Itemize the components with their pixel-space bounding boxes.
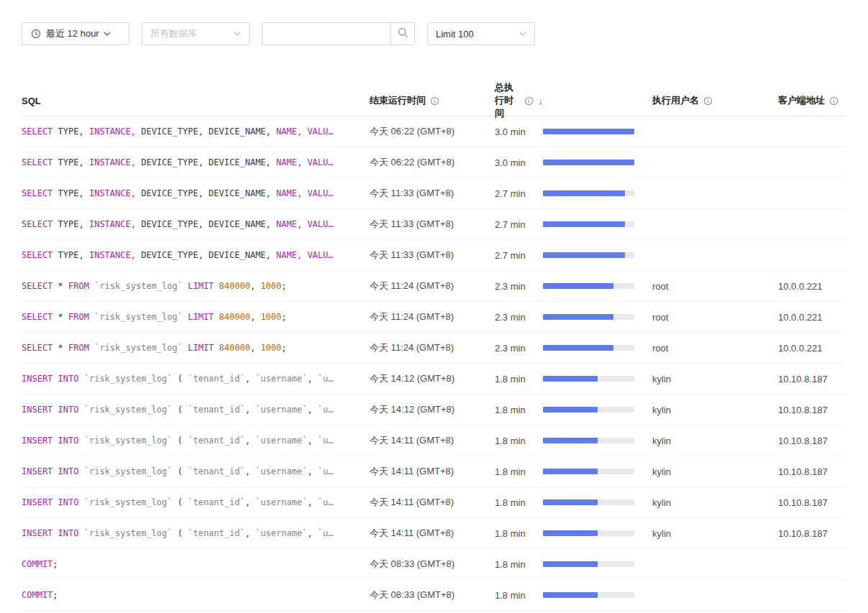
- total-time-cell: 2.3 min: [488, 281, 543, 292]
- header-end-time[interactable]: 结束运行时间: [370, 94, 488, 107]
- duration-bar-fill: [543, 469, 598, 474]
- database-select[interactable]: 所有数据库: [142, 22, 250, 45]
- sql-cell[interactable]: SELECT TYPE, INSTANCE, DEVICE_TYPE, DEVI…: [22, 126, 370, 137]
- sql-cell[interactable]: SELECT TYPE, INSTANCE, DEVICE_TYPE, DEVI…: [22, 157, 370, 167]
- sql-cell[interactable]: COMMIT;: [22, 590, 370, 600]
- sql-cell[interactable]: INSERT INTO `risk_system_log` ( `tenant_…: [22, 466, 370, 476]
- sql-cell[interactable]: SELECT TYPE, INSTANCE, DEVICE_TYPE, DEVI…: [22, 219, 370, 229]
- end-time-cell: 今天 06:22 (GMT+8): [370, 156, 488, 169]
- table-row[interactable]: INSERT INTO `risk_system_log` ( `tenant_…: [22, 395, 846, 425]
- duration-bar-cell: [543, 592, 651, 598]
- sql-cell[interactable]: INSERT INTO `risk_system_log` ( `tenant_…: [22, 374, 370, 384]
- user-cell: kylin: [651, 405, 777, 415]
- info-icon[interactable]: [524, 96, 534, 106]
- header-client[interactable]: 客户端地址: [777, 94, 846, 107]
- duration-bar-cell: [543, 530, 651, 536]
- sql-cell[interactable]: COMMIT;: [22, 559, 370, 569]
- total-time-cell: 1.8 min: [488, 528, 543, 539]
- table-row[interactable]: INSERT INTO `risk_system_log` ( `tenant_…: [22, 364, 846, 395]
- sql-cell[interactable]: SELECT TYPE, INSTANCE, DEVICE_TYPE, DEVI…: [22, 188, 370, 198]
- info-icon[interactable]: [430, 96, 439, 106]
- slow-query-table: SQL 结束运行时间 总执行时间 ↓ 执行用户名: [22, 86, 846, 611]
- end-time-cell: 今天 11:33 (GMT+8): [370, 187, 488, 200]
- sql-cell[interactable]: INSERT INTO `risk_system_log` ( `tenant_…: [22, 528, 370, 538]
- table-row[interactable]: INSERT INTO `risk_system_log` ( `tenant_…: [22, 456, 846, 487]
- duration-bar-cell: [543, 438, 651, 443]
- chevron-down-icon: [104, 32, 111, 36]
- time-range-button[interactable]: 最近 12 hour: [22, 22, 129, 45]
- duration-bar-track: [543, 252, 634, 258]
- user-cell: kylin: [651, 435, 777, 446]
- sql-cell[interactable]: SELECT * FROM `risk_system_log` LIMIT 84…: [22, 281, 370, 291]
- info-icon[interactable]: [829, 96, 839, 106]
- end-time-cell: 今天 14:12 (GMT+8): [370, 403, 488, 416]
- end-time-cell: 今天 14:12 (GMT+8): [370, 372, 488, 385]
- duration-bar-cell: [543, 345, 651, 351]
- sort-desc-icon[interactable]: ↓: [539, 96, 544, 106]
- duration-bar-fill: [543, 499, 598, 505]
- search-box: [262, 22, 415, 45]
- duration-bar-fill: [543, 160, 634, 165]
- duration-bar-fill: [543, 407, 598, 412]
- chevron-down-icon: [234, 32, 241, 36]
- end-time-cell: 今天 14:11 (GMT+8): [370, 496, 488, 509]
- duration-bar-track: [543, 221, 634, 227]
- search-button[interactable]: [390, 23, 414, 45]
- duration-bar-track: [543, 438, 634, 443]
- table-row[interactable]: INSERT INTO `risk_system_log` ( `tenant_…: [22, 425, 846, 456]
- table-row[interactable]: COMMIT; 今天 08:33 (GMT+8) 1.8 min: [22, 549, 846, 580]
- end-time-cell: 今天 11:24 (GMT+8): [370, 310, 488, 323]
- duration-bar-cell: [543, 129, 651, 134]
- duration-bar-cell: [543, 283, 651, 289]
- sql-cell[interactable]: INSERT INTO `risk_system_log` ( `tenant_…: [22, 405, 370, 415]
- duration-bar-fill: [543, 345, 613, 351]
- duration-bar-fill: [543, 283, 613, 289]
- sql-cell[interactable]: SELECT TYPE, INSTANCE, DEVICE_TYPE, DEVI…: [22, 250, 370, 260]
- duration-bar-track: [543, 376, 634, 382]
- end-time-cell: 今天 14:11 (GMT+8): [370, 434, 488, 447]
- table-row[interactable]: SELECT TYPE, INSTANCE, DEVICE_TYPE, DEVI…: [22, 209, 846, 240]
- header-user[interactable]: 执行用户名: [651, 94, 777, 107]
- table-row[interactable]: SELECT TYPE, INSTANCE, DEVICE_TYPE, DEVI…: [22, 178, 846, 209]
- duration-bar-fill: [543, 530, 598, 536]
- header-sql: SQL: [22, 96, 370, 106]
- table-row[interactable]: SELECT TYPE, INSTANCE, DEVICE_TYPE, DEVI…: [22, 147, 846, 178]
- info-icon[interactable]: [703, 96, 713, 106]
- duration-bar-fill: [543, 129, 634, 134]
- duration-bar-fill: [543, 314, 613, 320]
- end-time-cell: 今天 11:33 (GMT+8): [370, 249, 488, 262]
- table-row[interactable]: SELECT * FROM `risk_system_log` LIMIT 84…: [22, 333, 846, 364]
- table-row[interactable]: INSERT INTO `risk_system_log` ( `tenant_…: [22, 518, 846, 549]
- end-time-cell: 今天 11:24 (GMT+8): [370, 280, 488, 292]
- duration-bar-cell: [543, 407, 651, 412]
- duration-bar-cell: [543, 314, 651, 320]
- total-time-cell: 1.8 min: [488, 497, 543, 508]
- table-row[interactable]: COMMIT; 今天 08:33 (GMT+8) 1.8 min: [22, 580, 846, 611]
- table-row[interactable]: INSERT INTO `risk_system_log` ( `tenant_…: [22, 487, 846, 518]
- table-body: SELECT TYPE, INSTANCE, DEVICE_TYPE, DEVI…: [22, 116, 846, 611]
- total-time-cell: 2.7 min: [488, 250, 543, 261]
- header-total-time[interactable]: 总执行时间 ↓: [488, 81, 543, 120]
- duration-bar-track: [543, 592, 634, 598]
- table-row[interactable]: SELECT TYPE, INSTANCE, DEVICE_TYPE, DEVI…: [22, 240, 846, 271]
- total-time-cell: 1.8 min: [488, 590, 543, 601]
- table-row[interactable]: SELECT * FROM `risk_system_log` LIMIT 84…: [22, 302, 846, 333]
- end-time-cell: 今天 06:22 (GMT+8): [370, 125, 488, 138]
- duration-bar-track: [543, 499, 634, 505]
- limit-select[interactable]: Limit 100: [427, 22, 535, 45]
- table-row[interactable]: SELECT * FROM `risk_system_log` LIMIT 84…: [22, 271, 846, 302]
- sql-cell[interactable]: SELECT * FROM `risk_system_log` LIMIT 84…: [22, 343, 370, 353]
- duration-bar-track: [543, 283, 634, 289]
- duration-bar-cell: [543, 252, 651, 258]
- duration-bar-cell: [543, 160, 651, 165]
- total-time-cell: 1.8 min: [488, 374, 543, 384]
- sql-cell[interactable]: SELECT * FROM `risk_system_log` LIMIT 84…: [22, 312, 370, 322]
- duration-bar-cell: [543, 221, 651, 227]
- time-range-label: 最近 12 hour: [46, 27, 99, 40]
- search-input[interactable]: [262, 23, 390, 45]
- user-cell: kylin: [651, 497, 777, 508]
- chevron-down-icon: [519, 32, 526, 36]
- sql-cell[interactable]: INSERT INTO `risk_system_log` ( `tenant_…: [22, 435, 370, 446]
- sql-cell[interactable]: INSERT INTO `risk_system_log` ( `tenant_…: [22, 497, 370, 507]
- table-row[interactable]: SELECT TYPE, INSTANCE, DEVICE_TYPE, DEVI…: [22, 116, 846, 147]
